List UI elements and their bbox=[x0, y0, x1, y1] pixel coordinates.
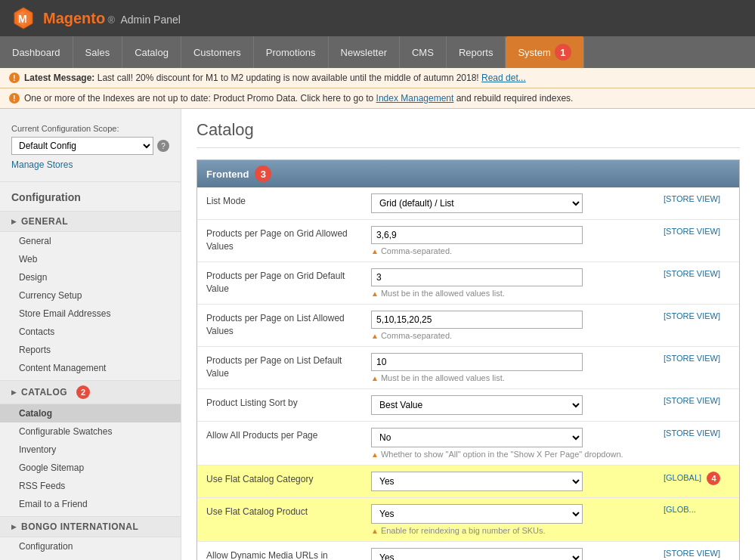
nav-sales[interactable]: Sales bbox=[73, 36, 123, 68]
label-flat-product: Use Flat Catalog Product bbox=[197, 498, 364, 542]
select-flat-product[interactable]: Yes No bbox=[371, 504, 583, 524]
scope-grid-allowed: [STORE VIEW] bbox=[656, 220, 739, 262]
nav-reports[interactable]: Reports bbox=[447, 36, 506, 68]
sidebar-item-bongo-mgmt[interactable]: Bongo Management bbox=[0, 555, 181, 560]
select-all-products[interactable]: No Yes bbox=[371, 428, 583, 447]
field-list-allowed[interactable] bbox=[371, 311, 583, 329]
field-grid-allowed[interactable] bbox=[371, 226, 583, 244]
sidebar-bongo-header[interactable]: ▶ BONGO INTERNATIONAL bbox=[0, 516, 181, 537]
row-list-allowed: Products per Page on List Allowed Values… bbox=[197, 305, 739, 347]
label-sort-by: Product Listing Sort by bbox=[197, 389, 364, 422]
alert-bar-1: ! Latest Message: Last call! 20% discoun… bbox=[0, 68, 755, 88]
scope-tag-dynamic-media[interactable]: [STORE VIEW] bbox=[664, 549, 720, 558]
sidebar-catalog-header[interactable]: ▶ CATALOG 2 bbox=[0, 380, 181, 404]
scope-tag-list-allowed[interactable]: [STORE VIEW] bbox=[664, 311, 720, 320]
input-list-mode: Grid (default) / List List only Grid onl… bbox=[364, 187, 656, 220]
select-sort-by[interactable]: Best Value Name Price bbox=[371, 395, 583, 415]
scope-select[interactable]: Default Config bbox=[11, 137, 153, 155]
sidebar-item-google-sitemap[interactable]: Google Sitemap bbox=[0, 459, 181, 477]
nav-catalog[interactable]: Catalog bbox=[122, 36, 181, 68]
scope-tag-grid-allowed[interactable]: [STORE VIEW] bbox=[664, 227, 720, 236]
input-grid-default: ▲ Must be in the allowed values list. bbox=[364, 262, 656, 305]
input-all-products: No Yes ▲ Whether to show "All" option in… bbox=[364, 422, 656, 466]
row-dynamic-media: Allow Dynamic Media URLs in Products and… bbox=[197, 542, 739, 561]
sidebar-item-catalog[interactable]: Catalog bbox=[0, 404, 181, 422]
bongo-items: Configuration Bongo Management bbox=[0, 537, 181, 560]
sidebar-item-email-friend[interactable]: Email to a Friend bbox=[0, 495, 181, 513]
catalog-section-title: CATALOG bbox=[21, 387, 67, 398]
row-grid-default: Products per Page on Grid Default Value … bbox=[197, 262, 739, 305]
nav-promotions[interactable]: Promotions bbox=[254, 36, 329, 68]
scope-select-row: Default Config ? bbox=[11, 137, 169, 155]
scope-help-icon[interactable]: ? bbox=[157, 140, 169, 152]
scope-list-mode: [STORE VIEW] bbox=[656, 187, 739, 220]
scope-tag-flat-product[interactable]: [GLOB... bbox=[664, 505, 696, 514]
alert-link-1[interactable]: Read det... bbox=[481, 73, 526, 83]
sidebar-item-reports[interactable]: Reports bbox=[0, 341, 181, 359]
frontend-section: Frontend 3 List Mode Grid (default) / Li… bbox=[196, 159, 740, 560]
label-dynamic-media: Allow Dynamic Media URLs in Products and… bbox=[197, 542, 364, 561]
sidebar-item-content-mgmt[interactable]: Content Management bbox=[0, 359, 181, 377]
scope-list-allowed: [STORE VIEW] bbox=[656, 305, 739, 347]
frontend-config-table: List Mode Grid (default) / List List onl… bbox=[197, 187, 739, 560]
bongo-arrow-icon: ▶ bbox=[11, 523, 17, 531]
config-section-label: Configuration bbox=[0, 182, 181, 208]
admin-subtitle: ® bbox=[108, 14, 116, 26]
alert-text-1: Latest Message: Last call! 20% discount … bbox=[24, 73, 526, 83]
catalog-arrow-icon: ▶ bbox=[11, 388, 17, 396]
nav-newsletter[interactable]: Newsletter bbox=[329, 36, 400, 68]
nav-customers[interactable]: Customers bbox=[181, 36, 254, 68]
alert-icon-1: ! bbox=[9, 73, 20, 83]
row-all-products: Allow All Products per Page No Yes ▲ Whe… bbox=[197, 422, 739, 466]
scope-tag-sort-by[interactable]: [STORE VIEW] bbox=[664, 396, 720, 405]
sidebar-item-inventory[interactable]: Inventory bbox=[0, 441, 181, 459]
magento-title: Magento bbox=[43, 10, 105, 26]
row-flat-product: Use Flat Catalog Product Yes No ▲ Enable… bbox=[197, 498, 739, 542]
sidebar-item-currency-setup[interactable]: Currency Setup bbox=[0, 286, 181, 305]
page-title: Catalog bbox=[196, 120, 740, 148]
select-list-mode[interactable]: Grid (default) / List List only Grid onl… bbox=[371, 193, 583, 213]
scope-all-products: [STORE VIEW] bbox=[656, 422, 739, 466]
frontend-badge: 3 bbox=[255, 166, 271, 182]
nav-system[interactable]: System 1 bbox=[506, 36, 583, 68]
catalog-items: Catalog Configurable Swatches Inventory … bbox=[0, 404, 181, 513]
sidebar-item-design[interactable]: Design bbox=[0, 268, 181, 286]
frontend-section-header[interactable]: Frontend 3 bbox=[197, 160, 739, 187]
row-sort-by: Product Listing Sort by Best Value Name … bbox=[197, 389, 739, 422]
scope-tag-list-mode[interactable]: [STORE VIEW] bbox=[664, 194, 720, 203]
sidebar-item-store-email[interactable]: Store Email Addresses bbox=[0, 305, 181, 323]
sidebar-item-general[interactable]: General bbox=[0, 232, 181, 250]
nav-dashboard[interactable]: Dashboard bbox=[0, 36, 73, 68]
field-grid-default[interactable] bbox=[371, 268, 583, 286]
sidebar-item-configurable-swatches[interactable]: Configurable Swatches bbox=[0, 422, 181, 441]
input-dynamic-media: Yes No ▲ E.g. {{media url="path/to/image… bbox=[364, 542, 656, 561]
select-dynamic-media[interactable]: Yes No bbox=[371, 548, 583, 560]
magento-logo-icon: M bbox=[11, 6, 36, 30]
hint-list-allowed: ▲ Comma-separated. bbox=[371, 331, 648, 340]
input-list-allowed: ▲ Comma-separated. bbox=[364, 305, 656, 347]
general-items: General Web Design Currency Setup Store … bbox=[0, 232, 181, 377]
nav-cms[interactable]: CMS bbox=[400, 36, 447, 68]
hint-list-default: ▲ Must be in the allowed values list. bbox=[371, 373, 648, 382]
alert-text-2: One or more of the Indexes are not up to… bbox=[24, 93, 573, 104]
sidebar: Current Configuration Scope: Default Con… bbox=[0, 109, 181, 560]
scope-label: Current Configuration Scope: bbox=[11, 124, 169, 133]
sidebar-item-rss-feeds[interactable]: RSS Feeds bbox=[0, 477, 181, 495]
scope-tag-list-default[interactable]: [STORE VIEW] bbox=[664, 354, 720, 363]
scope-tag-flat-category[interactable]: [GLOBAL] bbox=[664, 473, 701, 482]
sidebar-item-contacts[interactable]: Contacts bbox=[0, 323, 181, 341]
sidebar-item-bongo-config[interactable]: Configuration bbox=[0, 537, 181, 555]
main-layout: Current Configuration Scope: Default Con… bbox=[0, 109, 755, 560]
sidebar-item-web[interactable]: Web bbox=[0, 250, 181, 268]
scope-tag-all-products[interactable]: [STORE VIEW] bbox=[664, 429, 720, 438]
select-flat-category[interactable]: Yes No bbox=[371, 472, 583, 491]
alert-link-2[interactable]: Index Management bbox=[376, 93, 454, 104]
label-list-default: Products per Page on List Default Value bbox=[197, 347, 364, 389]
sidebar-general-header[interactable]: ▶ GENERAL bbox=[0, 211, 181, 232]
manage-stores-link[interactable]: Manage Stores bbox=[11, 159, 169, 170]
scope-tag-grid-default[interactable]: [STORE VIEW] bbox=[664, 269, 720, 278]
hint-flat-product: ▲ Enable for reindexing a big number of … bbox=[371, 526, 648, 535]
catalog-badge: 2 bbox=[76, 385, 90, 399]
logo: M bbox=[11, 6, 36, 30]
field-list-default[interactable] bbox=[371, 353, 583, 371]
